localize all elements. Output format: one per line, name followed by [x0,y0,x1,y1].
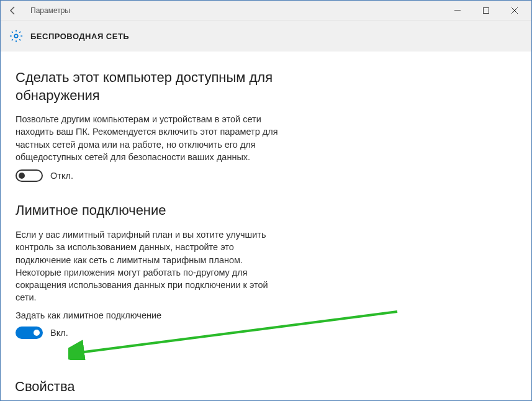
metered-toggle-label: Вкл. [50,328,68,338]
window-controls [443,1,529,20]
svg-point-4 [14,34,18,38]
page-title: БЕСПРОВОДНАЯ СЕТЬ [30,32,129,41]
header-bar: БЕСПРОВОДНАЯ СЕТЬ [1,20,531,52]
metered-description: Если у вас лимитный тарифный план и вы х… [16,228,289,304]
close-button[interactable] [500,1,529,20]
metered-toggle-row: Вкл. [16,327,516,339]
metered-sub-label: Задать как лимитное подключение [16,310,289,320]
maximize-button[interactable] [472,1,500,20]
titlebar: Параметры [1,1,531,20]
discovery-toggle-label: Откл. [50,171,73,181]
discovery-toggle-row: Откл. [16,169,516,182]
metered-section: Лимитное подключение Если у вас лимитный… [16,202,516,338]
content-area: Сделать этот компьютер доступным для обн… [1,52,531,400]
discovery-toggle[interactable] [16,169,43,182]
window-title: Параметры [30,6,443,15]
discovery-description: Позвольте другим компьютерам и устройств… [16,113,289,163]
back-button[interactable] [3,1,23,20]
discovery-heading: Сделать этот компьютер доступным для обн… [16,69,289,104]
metered-heading: Лимитное подключение [16,202,289,220]
toggle-knob [19,173,25,179]
gear-icon [9,29,23,43]
toggle-knob [34,330,40,336]
svg-rect-1 [484,7,489,13]
metered-toggle[interactable] [16,327,43,339]
properties-heading: Свойства [15,379,75,395]
settings-window: Параметры БЕСПРОВОДНАЯ СЕТЬ Сделать этот… [0,0,532,401]
discovery-section: Сделать этот компьютер доступным для обн… [16,69,516,182]
minimize-button[interactable] [443,1,472,20]
